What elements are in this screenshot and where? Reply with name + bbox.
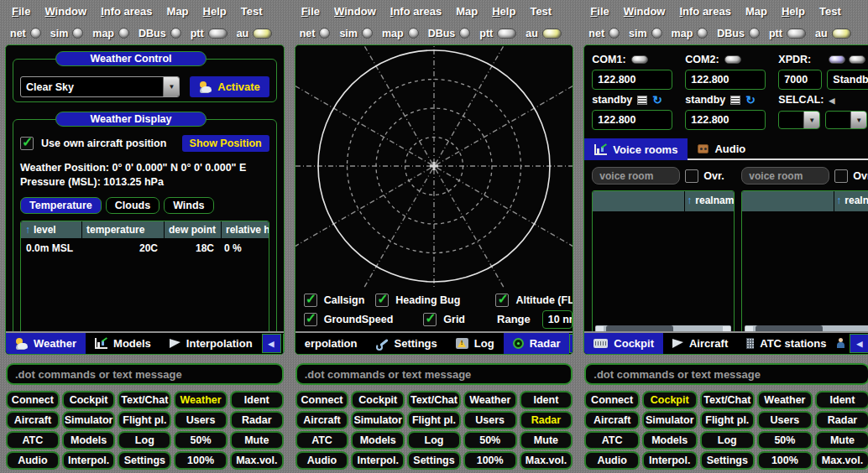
grid-button[interactable]: Radar (815, 411, 868, 429)
scroll-right-icon[interactable] (283, 334, 284, 353)
grid-button[interactable]: Weather (174, 391, 227, 409)
range-select[interactable]: 10 nm (542, 310, 573, 329)
grid-button[interactable]: Users (174, 411, 227, 429)
weather-scenario-select[interactable]: Clear Sky (20, 76, 180, 97)
grid-button[interactable]: Simulator (62, 411, 116, 429)
grid-button[interactable]: Models (62, 431, 116, 450)
column-header-dewpoint[interactable]: dew point (165, 221, 221, 238)
menu-item[interactable]: Test (530, 5, 552, 23)
radar-scope[interactable] (295, 45, 573, 288)
grid-button[interactable]: ATC (295, 431, 349, 450)
checkbox[interactable] (304, 294, 317, 307)
bottom-tab[interactable]: Aircraft (663, 333, 737, 354)
xpdr-mode-select[interactable]: Standby (827, 70, 868, 90)
grid-button[interactable]: 100% (757, 451, 813, 470)
column-header-blank[interactable] (742, 191, 834, 211)
radar-option[interactable]: GroundSpeed (304, 313, 394, 326)
grid-button[interactable]: Text/Chat (118, 391, 171, 409)
bottom-tab[interactable]: Models (86, 333, 160, 354)
override-checkbox[interactable] (834, 169, 848, 183)
grid-button[interactable]: Cockpit (642, 391, 698, 409)
weather-data-tab[interactable]: Winds (164, 197, 213, 214)
grid-button[interactable]: Users (757, 411, 813, 429)
bottom-tab[interactable]: Radar (504, 333, 570, 354)
grid-button[interactable]: Max.vol. (520, 451, 573, 470)
menu-item[interactable]: Help (782, 5, 805, 23)
grid-button[interactable]: Log (118, 431, 171, 450)
bottom-tab[interactable]: Log (447, 333, 504, 354)
grid-button[interactable]: Aircraft (295, 411, 349, 429)
frequency-list-icon[interactable] (637, 96, 647, 105)
grid-button[interactable]: ATC (6, 431, 60, 450)
bottom-tab[interactable]: erpolation (295, 333, 367, 354)
checkbox[interactable] (423, 313, 437, 326)
menu-item[interactable]: Window (44, 5, 86, 23)
grid-button[interactable]: Users (463, 411, 517, 429)
grid-button[interactable]: Settings (407, 451, 461, 470)
bottom-tab[interactable]: Interpolation (160, 333, 262, 354)
column-header-blank[interactable] (593, 191, 684, 211)
scroll-left-icon[interactable] (262, 334, 281, 353)
menu-item[interactable]: Help (492, 5, 515, 23)
scroll-left-icon[interactable] (569, 334, 573, 353)
com1-frequency-input[interactable] (592, 70, 672, 90)
menu-item[interactable]: Help (203, 5, 227, 23)
bottom-tab[interactable]: Cockpit (584, 333, 663, 354)
grid-button[interactable]: Mute (520, 431, 573, 450)
frequency-list-icon[interactable] (730, 96, 740, 105)
grid-button[interactable]: 100% (463, 451, 517, 470)
grid-button[interactable]: Cockpit (62, 391, 116, 409)
grid-button[interactable]: Settings (118, 451, 171, 470)
chat-input[interactable] (584, 363, 868, 385)
activate-button[interactable]: Activate (190, 76, 269, 97)
grid-button[interactable]: Log (407, 431, 461, 450)
grid-button[interactable]: Connect (295, 391, 349, 409)
grid-button[interactable]: Mute (230, 431, 284, 450)
column-header-humidity[interactable]: relative humidity (222, 221, 269, 238)
radar-option[interactable]: Grid (423, 313, 465, 326)
menu-item[interactable]: File (301, 5, 320, 23)
use-own-position-checkbox[interactable] (20, 137, 34, 150)
chevron-down-icon[interactable] (163, 77, 179, 96)
column-header-realname[interactable]: realname (834, 191, 868, 211)
grid-button[interactable]: Audio (584, 451, 640, 470)
grid-button[interactable]: Flight pl. (118, 411, 171, 429)
grid-button[interactable]: Log (700, 431, 756, 450)
bottom-tab[interactable]: Weather (6, 333, 86, 354)
menu-item[interactable]: File (12, 5, 30, 23)
voice-room-input-1[interactable] (592, 167, 680, 185)
grid-button[interactable]: Interpol. (642, 451, 698, 470)
selcal-select-2[interactable] (825, 111, 867, 129)
menu-item[interactable]: Map (456, 5, 478, 23)
grid-button[interactable]: Aircraft (6, 411, 60, 429)
checkbox[interactable] (375, 294, 389, 307)
grid-button[interactable]: Interpol. (62, 451, 116, 470)
weather-data-tab[interactable]: Temperature (20, 197, 102, 214)
chat-input[interactable] (6, 363, 284, 385)
grid-button[interactable]: 50% (174, 431, 227, 450)
grid-button[interactable]: Settings (700, 451, 756, 470)
grid-button[interactable]: Flight pl. (700, 411, 756, 429)
grid-button[interactable]: Simulator (351, 411, 405, 429)
grid-button[interactable]: Radar (230, 411, 284, 429)
bottom-tab[interactable]: Settings (367, 333, 447, 354)
chat-input[interactable] (295, 363, 573, 385)
grid-button[interactable]: 50% (463, 431, 517, 450)
grid-button[interactable]: Max.vol. (230, 451, 284, 470)
voice-tab[interactable]: Voice rooms (584, 138, 688, 160)
grid-button[interactable]: Models (642, 431, 698, 450)
grid-button[interactable]: Interpol. (351, 451, 405, 470)
grid-button[interactable]: Audio (6, 451, 60, 470)
com2-frequency-input[interactable] (685, 70, 766, 90)
grid-button[interactable]: Connect (6, 391, 60, 409)
chevron-down-icon[interactable] (803, 112, 819, 128)
chevron-down-icon[interactable] (850, 112, 866, 128)
menu-item[interactable]: Map (745, 5, 767, 23)
voice-tab[interactable]: Audio (688, 138, 756, 160)
grid-button[interactable]: Ident (230, 391, 284, 409)
radar-option[interactable]: Heading Bug (375, 294, 460, 307)
menu-item[interactable]: Info areas (101, 5, 152, 23)
bottom-tab[interactable]: ATC stations (737, 333, 835, 354)
grid-button[interactable]: 50% (757, 431, 813, 450)
checkbox[interactable] (495, 294, 509, 307)
